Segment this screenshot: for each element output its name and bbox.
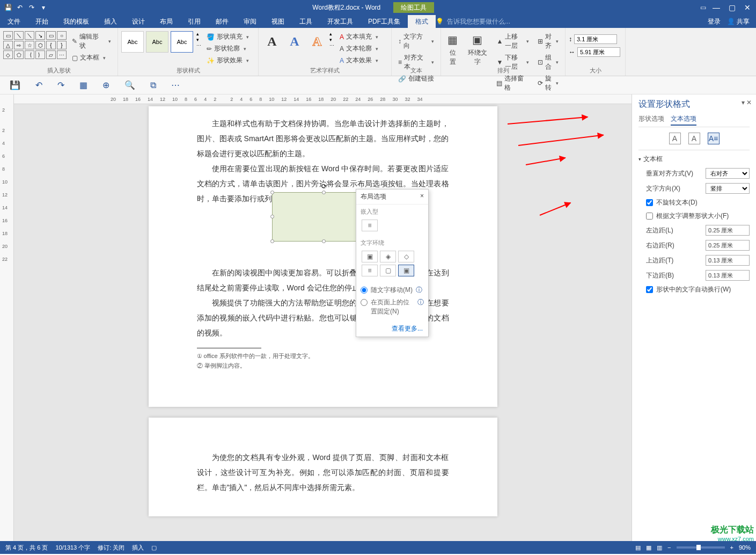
close-icon[interactable]: ✕: [744, 3, 751, 12]
tab-mailings[interactable]: 邮件: [208, 15, 236, 28]
see-more-link[interactable]: 查看更多...: [356, 321, 428, 337]
status-insert[interactable]: 插入: [132, 544, 144, 552]
pane-close-icon[interactable]: ▾ ✕: [742, 99, 752, 106]
mr-input[interactable]: 0.25 厘米: [706, 240, 750, 251]
width-input[interactable]: 5.91 厘米: [577, 47, 620, 57]
shapes-gallery[interactable]: ▭ ＼ ＼ ↘ ▭ ○ △ ⇨ ☆ ⬡ { } ◇ ⬠ ｛ ｝ ▱ ⋯: [3, 31, 67, 59]
view-print-icon[interactable]: ▦: [646, 544, 651, 551]
tab-view[interactable]: 视图: [264, 15, 292, 28]
wrap-inline-icon[interactable]: ≡: [362, 220, 378, 231]
gallery-more-icon[interactable]: ⋯: [196, 43, 201, 48]
wordart-preset-2[interactable]: A: [284, 31, 305, 52]
sec-undo-icon[interactable]: ↶: [35, 80, 42, 90]
wrap-tight-icon[interactable]: ◈: [380, 251, 396, 262]
valign-select[interactable]: 右对齐: [706, 168, 750, 179]
shape-arrow-icon[interactable]: ⇨: [14, 41, 24, 49]
sec-link-icon[interactable]: ⧉: [150, 81, 156, 90]
wrap-front-icon[interactable]: ▣: [398, 265, 414, 276]
pane-tab-shape[interactable]: 形状选项: [638, 113, 664, 126]
rotate-button[interactable]: ⟳旋转: [534, 73, 562, 93]
paragraph-5[interactable]: 为使您的文档具有专业外观，Word 提供了页眉、页脚、封面和文本框设计，这些设计…: [197, 450, 449, 495]
shape-effects-button[interactable]: ✨形状效果: [203, 55, 252, 66]
tab-mytemplate[interactable]: 我的模板: [56, 15, 97, 28]
dir-select[interactable]: 竖排: [706, 183, 750, 194]
pane-section-textbox[interactable]: 文本框: [638, 150, 750, 166]
text-effects-button[interactable]: A文本效果: [336, 55, 381, 66]
footnote-1[interactable]: office 系列软件中的一款，用于处理文字。: [197, 352, 449, 361]
wrap-text-button[interactable]: ▣环绕文字: [464, 31, 491, 69]
shape-line2-icon[interactable]: ＼: [25, 31, 34, 40]
status-track[interactable]: 修订: 关闭: [98, 544, 124, 552]
shape-tri-icon[interactable]: △: [3, 41, 13, 49]
style-preset-3[interactable]: Abc: [171, 31, 193, 53]
norotate-checkbox[interactable]: [646, 199, 653, 206]
shape-outline-button[interactable]: ✏形状轮廓: [203, 43, 252, 54]
mt-input[interactable]: 0.13 厘米: [706, 255, 750, 266]
wordart-preset-1[interactable]: A: [262, 31, 282, 52]
align-button[interactable]: ⊞对齐: [534, 31, 562, 52]
shape-misc2-icon[interactable]: ⬠: [14, 50, 24, 59]
text-fill-category-icon[interactable]: A: [669, 133, 681, 144]
sec-pos-icon[interactable]: ⊕: [102, 80, 109, 90]
textbox-category-icon[interactable]: A≡: [708, 133, 720, 144]
height-input[interactable]: 3.1 厘米: [574, 34, 617, 44]
redo-icon[interactable]: ↷: [28, 4, 35, 11]
zoom-slider[interactable]: [677, 546, 725, 549]
selection-pane-button[interactable]: ▤选择窗格: [493, 73, 532, 93]
shape-misc3-icon[interactable]: ▱: [46, 50, 56, 59]
tab-format[interactable]: 格式: [408, 15, 436, 28]
tab-review[interactable]: 审阅: [236, 15, 264, 28]
tab-file[interactable]: 文件: [0, 15, 28, 28]
sec-layout-icon[interactable]: ▦: [79, 80, 87, 90]
autowrap-checkbox[interactable]: [646, 286, 653, 293]
status-words[interactable]: 10/1313 个字: [55, 544, 90, 552]
gallery-up-icon[interactable]: ▴: [196, 31, 201, 36]
minimize-icon[interactable]: —: [713, 3, 720, 12]
position-button[interactable]: ▦位置: [444, 31, 461, 69]
tab-home[interactable]: 开始: [28, 15, 56, 28]
tab-tools[interactable]: 工具: [292, 15, 320, 28]
handle-bl[interactable]: [270, 239, 274, 243]
shape-rb2-icon[interactable]: ｝: [35, 50, 45, 59]
shape-lb-icon[interactable]: {: [46, 41, 56, 49]
style-preset-1[interactable]: Abc: [121, 31, 144, 53]
wa-up-icon[interactable]: ▴: [329, 31, 334, 36]
handle-tm[interactable]: [322, 191, 326, 194]
tab-developer[interactable]: 开发工具: [320, 15, 361, 28]
rotate-handle-icon[interactable]: ⟳: [321, 182, 327, 188]
shape-line-icon[interactable]: ＼: [14, 31, 24, 40]
text-effects-category-icon[interactable]: A: [688, 133, 700, 144]
share-button[interactable]: 👤 共享: [727, 17, 750, 26]
shape-oval-icon[interactable]: ○: [57, 31, 67, 40]
login-link[interactable]: 登录: [708, 17, 721, 26]
wrap-behind-icon[interactable]: ▢: [380, 265, 396, 276]
view-web-icon[interactable]: ▥: [657, 544, 662, 551]
tab-pdf[interactable]: PDF工具集: [361, 15, 408, 28]
tab-references[interactable]: 引用: [180, 15, 208, 28]
zoom-level[interactable]: 90%: [739, 544, 751, 551]
mb-input[interactable]: 0.13 厘米: [706, 270, 750, 281]
tell-me-search[interactable]: 💡 告诉我您想要做什么...: [436, 17, 510, 26]
shape-rb-icon[interactable]: }: [57, 41, 67, 49]
popup-close-icon[interactable]: ×: [420, 192, 424, 201]
footnote-2[interactable]: 举例脚注内容。: [197, 361, 449, 371]
handle-bm[interactable]: [322, 239, 326, 243]
maximize-icon[interactable]: ▢: [729, 3, 736, 12]
sec-zoom-icon[interactable]: 🔍: [124, 80, 135, 90]
info-icon-2[interactable]: ⓘ: [417, 298, 424, 307]
textbox-button[interactable]: ▢文本框: [69, 52, 114, 63]
text-outline-button[interactable]: A文本轮廓: [336, 43, 381, 54]
wordart-preset-3[interactable]: A: [307, 31, 327, 52]
shape-more-icon[interactable]: ⋯: [57, 50, 67, 59]
wrap-square-icon[interactable]: ▣: [362, 251, 378, 262]
wa-more-icon[interactable]: ⋯: [329, 43, 334, 48]
qat-dropdown-icon[interactable]: ▾: [40, 4, 47, 11]
text-fill-button[interactable]: A文本填充: [336, 31, 381, 42]
shape-textbox-icon[interactable]: ▭: [3, 31, 13, 40]
tab-design[interactable]: 设计: [124, 15, 152, 28]
zoom-out-icon[interactable]: −: [667, 544, 671, 551]
status-page[interactable]: 第 4 页，共 6 页: [5, 544, 48, 552]
gallery-down-icon[interactable]: ▾: [196, 37, 201, 42]
handle-ml[interactable]: [270, 215, 274, 218]
shape-misc1-icon[interactable]: ◇: [3, 50, 13, 59]
